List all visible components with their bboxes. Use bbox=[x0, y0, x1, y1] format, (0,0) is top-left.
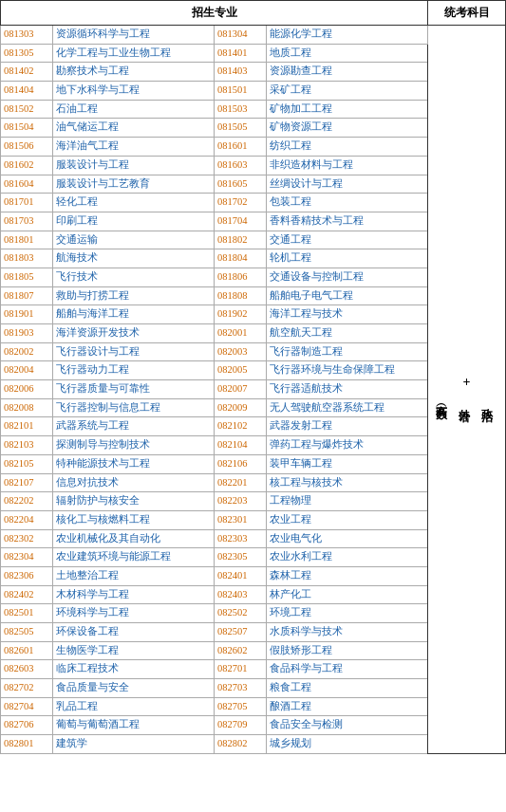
code-right: 081503 bbox=[215, 100, 267, 119]
code-right: 082705 bbox=[215, 697, 267, 716]
name-left: 乳品工程 bbox=[53, 697, 215, 716]
code-right: 082701 bbox=[215, 660, 267, 679]
code-left: 081903 bbox=[1, 324, 53, 343]
code-left: 082103 bbox=[1, 436, 53, 455]
code-right: 081603 bbox=[215, 156, 267, 175]
code-right: 081605 bbox=[215, 175, 267, 194]
code-right: 081501 bbox=[215, 82, 267, 101]
code-right: 082005 bbox=[215, 361, 267, 380]
code-right: 082502 bbox=[215, 604, 267, 623]
name-right: 能源化学工程 bbox=[267, 26, 428, 45]
code-right: 082007 bbox=[215, 380, 267, 399]
code-right: 081806 bbox=[215, 268, 267, 286]
name-left: 服装设计与工艺教育 bbox=[53, 175, 215, 194]
code-left: 081305 bbox=[1, 44, 53, 63]
code-left: 082402 bbox=[1, 585, 53, 604]
code-right: 081505 bbox=[215, 119, 267, 138]
name-right: 食品安全与检测 bbox=[267, 716, 428, 735]
name-left: 地下水科学与工程 bbox=[53, 82, 215, 101]
code-left: 082105 bbox=[1, 454, 53, 473]
code-left: 081402 bbox=[1, 63, 53, 82]
name-right: 工程物理 bbox=[267, 492, 428, 511]
name-left: 临床工程技术 bbox=[53, 660, 215, 679]
code-right: 082203 bbox=[215, 492, 267, 511]
code-right: 081601 bbox=[215, 138, 267, 157]
code-left: 082002 bbox=[1, 342, 53, 361]
code-right: 082102 bbox=[215, 417, 267, 436]
code-left: 081901 bbox=[1, 305, 53, 324]
name-left: 海洋资源开发技术 bbox=[53, 324, 215, 343]
name-right: 假肢矫形工程 bbox=[267, 641, 428, 660]
name-left: 农业机械化及其自动化 bbox=[53, 529, 215, 548]
name-right: 丝绸设计与工程 bbox=[267, 175, 428, 194]
name-right: 矿物资源工程 bbox=[267, 119, 428, 138]
code-right: 082507 bbox=[215, 623, 267, 642]
name-left: 生物医学工程 bbox=[53, 641, 215, 660]
name-left: 信息对抗技术 bbox=[53, 473, 215, 492]
name-right: 飞行器制造工程 bbox=[267, 342, 428, 361]
name-left: 飞行器动力工程 bbox=[53, 361, 215, 380]
side-text-line: 外语 bbox=[453, 397, 476, 406]
name-left: 飞行器控制与信息工程 bbox=[53, 398, 215, 417]
code-left: 082706 bbox=[1, 716, 53, 735]
code-left: 081602 bbox=[1, 156, 53, 175]
code-left: 082107 bbox=[1, 473, 53, 492]
name-left: 环境科学与工程 bbox=[53, 604, 215, 623]
name-right: 船舶电子电气工程 bbox=[267, 286, 428, 305]
code-left: 082101 bbox=[1, 417, 53, 436]
code-left: 082603 bbox=[1, 660, 53, 679]
code-right: 082802 bbox=[215, 735, 267, 754]
code-right: 082104 bbox=[215, 436, 267, 455]
name-left: 航海技术 bbox=[53, 249, 215, 268]
code-right: 081804 bbox=[215, 249, 267, 268]
side-panel: +政治外语高数（一） bbox=[428, 26, 506, 754]
name-right: 农业水利工程 bbox=[267, 548, 428, 567]
name-right: 酿酒工程 bbox=[267, 697, 428, 716]
plus-symbol: + bbox=[430, 373, 503, 392]
table-row: 081303资源循环科学与工程081304能源化学工程+政治外语高数（一） bbox=[1, 26, 506, 45]
name-left: 化学工程与工业生物工程 bbox=[53, 44, 215, 63]
name-left: 建筑学 bbox=[53, 735, 215, 754]
name-left: 葡萄与葡萄酒工程 bbox=[53, 716, 215, 735]
name-left: 核化工与核燃料工程 bbox=[53, 510, 215, 529]
code-left: 082702 bbox=[1, 679, 53, 698]
code-left: 081404 bbox=[1, 82, 53, 101]
code-right: 082403 bbox=[215, 585, 267, 604]
name-left: 服装设计与工程 bbox=[53, 156, 215, 175]
name-right: 轮机工程 bbox=[267, 249, 428, 268]
code-right: 081808 bbox=[215, 286, 267, 305]
name-right: 环境工程 bbox=[267, 604, 428, 623]
side-text: 政治外语高数（一） bbox=[430, 397, 498, 406]
name-right: 城乡规划 bbox=[267, 735, 428, 754]
name-left: 环保设备工程 bbox=[53, 623, 215, 642]
name-right: 香料香精技术与工程 bbox=[267, 212, 428, 231]
name-left: 石油工程 bbox=[53, 100, 215, 119]
code-left: 082801 bbox=[1, 735, 53, 754]
name-right: 包装工程 bbox=[267, 194, 428, 212]
code-left: 081807 bbox=[1, 286, 53, 305]
name-left: 救助与打捞工程 bbox=[53, 286, 215, 305]
name-left: 农业建筑环境与能源工程 bbox=[53, 548, 215, 567]
main-table: 招生专业 统考科目 081303资源循环科学与工程081304能源化学工程+政治… bbox=[0, 0, 506, 754]
name-left: 资源循环科学与工程 bbox=[53, 26, 215, 45]
code-left: 082505 bbox=[1, 623, 53, 642]
name-left: 探测制导与控制技术 bbox=[53, 436, 215, 455]
name-left: 轻化工程 bbox=[53, 194, 215, 212]
side-text-line: 政治 bbox=[476, 397, 498, 406]
code-right: 082305 bbox=[215, 548, 267, 567]
name-left: 船舶与海洋工程 bbox=[53, 305, 215, 324]
name-right: 海洋工程与技术 bbox=[267, 305, 428, 324]
name-left: 食品质量与安全 bbox=[53, 679, 215, 698]
code-left: 082004 bbox=[1, 361, 53, 380]
name-right: 资源勘查工程 bbox=[267, 63, 428, 82]
code-right: 081304 bbox=[215, 26, 267, 45]
code-right: 082703 bbox=[215, 679, 267, 698]
name-right: 纺织工程 bbox=[267, 138, 428, 157]
name-right: 矿物加工工程 bbox=[267, 100, 428, 119]
code-right: 082602 bbox=[215, 641, 267, 660]
name-left: 飞行器设计与工程 bbox=[53, 342, 215, 361]
name-right: 飞行器适航技术 bbox=[267, 380, 428, 399]
code-right: 082301 bbox=[215, 510, 267, 529]
code-right: 081704 bbox=[215, 212, 267, 231]
name-right: 地质工程 bbox=[267, 44, 428, 63]
